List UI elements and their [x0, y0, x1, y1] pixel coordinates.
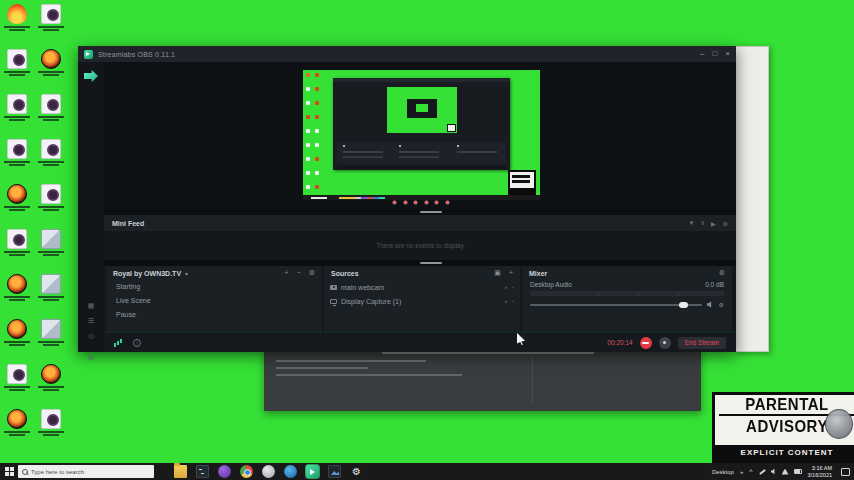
document-icon[interactable] — [36, 4, 66, 31]
document-icon[interactable] — [2, 364, 32, 391]
selection-handle-dot[interactable] — [446, 201, 449, 204]
battery-icon[interactable] — [794, 469, 802, 474]
volume-icon[interactable] — [771, 469, 777, 475]
feed-settings-icon[interactable]: ⚙ — [723, 220, 728, 227]
selection-handle-dot[interactable] — [425, 201, 428, 204]
mirrored-icon — [306, 143, 310, 147]
taskbar-search-input[interactable]: Type here to search — [18, 465, 154, 478]
channel-settings-icon[interactable]: ⚙ — [719, 301, 724, 308]
volume-slider-handle[interactable] — [679, 302, 688, 308]
taskbar-app-row: ⚙ — [174, 465, 363, 478]
mixer-title: Mixer — [529, 270, 547, 277]
selection-handle-dot[interactable] — [404, 201, 407, 204]
photos-icon[interactable] — [328, 465, 341, 478]
remove-scene-button[interactable]: − — [297, 269, 301, 277]
selection-handle-dot[interactable] — [393, 201, 396, 204]
action-center-icon[interactable] — [841, 468, 850, 476]
network-icon[interactable] — [782, 469, 789, 475]
record-button[interactable] — [640, 337, 652, 349]
add-source-button[interactable]: + — [509, 269, 513, 277]
settings-icon[interactable]: ⚙ — [350, 465, 363, 478]
folder-icon[interactable]: ▣ — [494, 269, 501, 277]
edge-icon[interactable] — [284, 465, 297, 478]
lock-icon[interactable]: ▪ — [512, 298, 514, 304]
scene-item[interactable]: Live Scene — [106, 294, 322, 308]
mute-speaker-icon[interactable] — [707, 301, 714, 308]
lock-icon[interactable]: ▪ — [512, 284, 514, 290]
titlebar[interactable]: Streamlabs OBS 0.11.1 – □ × — [78, 46, 736, 62]
drag-handle[interactable] — [420, 211, 442, 213]
mirrored-icon — [315, 129, 319, 133]
minimize-button[interactable]: – — [700, 46, 704, 62]
steam-icon[interactable] — [262, 465, 275, 478]
file-explorer-icon[interactable] — [174, 465, 187, 478]
start-button[interactable] — [0, 463, 18, 480]
flstudio-icon[interactable] — [2, 184, 32, 211]
mirrored-icon — [306, 171, 310, 175]
toolbar-chevrons-icon[interactable]: » — [740, 469, 743, 475]
play-icon[interactable]: ▶ — [711, 220, 716, 227]
scene-item[interactable]: Starting — [106, 280, 322, 294]
info-icon[interactable]: i — [133, 339, 141, 347]
filter-icon[interactable]: ▼ — [689, 220, 695, 227]
background-window-white[interactable] — [735, 46, 769, 352]
selection-handle-dot[interactable] — [414, 201, 417, 204]
scene-settings-icon[interactable]: ⚙ — [309, 269, 315, 277]
box-icon[interactable] — [36, 319, 66, 346]
flstudio-icon[interactable] — [2, 274, 32, 301]
selection-handle-dot[interactable] — [435, 201, 438, 204]
tray-expand-icon[interactable]: ^ — [749, 468, 752, 475]
close-button[interactable]: × — [725, 46, 730, 62]
add-scene-button[interactable]: + — [285, 269, 289, 277]
box-icon[interactable] — [36, 229, 66, 256]
document-icon[interactable] — [36, 184, 66, 211]
terminal-icon[interactable] — [196, 465, 209, 478]
document-icon[interactable] — [36, 139, 66, 166]
streamlabs-icon[interactable] — [306, 465, 319, 478]
dashboard-icon[interactable]: ▦ — [78, 302, 104, 310]
mixer-settings-icon[interactable]: ⚙ — [719, 269, 725, 277]
themes-icon[interactable]: ☰ — [78, 317, 104, 325]
source-item[interactable]: main webcam●▪ — [324, 280, 520, 294]
document-icon[interactable] — [2, 94, 32, 121]
stream-preview[interactable] — [104, 62, 736, 209]
source-item[interactable]: Display Capture (1)●▪ — [324, 294, 520, 308]
pen-icon[interactable] — [759, 468, 766, 474]
help-icon[interactable]: ◎ — [78, 332, 104, 340]
display-capture-preview[interactable] — [303, 70, 540, 200]
flstudio-icon[interactable] — [2, 319, 32, 346]
drag-handle[interactable] — [420, 262, 442, 264]
streamlabs-arrow-icon[interactable] — [84, 70, 98, 82]
taskbar-clock[interactable]: 3:16 AM 3/16/2021 — [808, 465, 832, 479]
desktop-toolbar-label[interactable]: Desktop — [712, 469, 734, 475]
end-stream-button[interactable]: End Stream — [678, 337, 726, 349]
eye-icon[interactable]: ● — [504, 284, 507, 290]
flame-icon[interactable] — [2, 4, 32, 31]
scene-item[interactable]: Pause — [106, 308, 322, 322]
flstudio-icon[interactable] — [2, 409, 32, 436]
volume-slider[interactable] — [530, 304, 702, 306]
document-icon[interactable] — [2, 49, 32, 76]
background-window-gray[interactable] — [264, 348, 701, 411]
mixer-level-db: 0.0 dB — [705, 281, 724, 288]
chevron-down-icon[interactable]: ▾ — [185, 270, 188, 277]
settings-gear-icon[interactable]: ⚙ — [78, 354, 104, 362]
pause-record-button[interactable] — [659, 337, 671, 349]
icon-label — [9, 74, 25, 76]
mini-feed-header: Mini Feed ▼ ‖ ▶ ⚙ — [104, 215, 736, 231]
performance-chart-icon[interactable] — [114, 339, 123, 347]
chrome-icon[interactable] — [240, 465, 253, 478]
document-icon[interactable] — [36, 94, 66, 121]
mixer-channel-name: Desktop Audio — [530, 281, 572, 288]
app-purple-icon[interactable] — [218, 465, 231, 478]
box-icon[interactable] — [36, 274, 66, 301]
document-icon[interactable] — [36, 409, 66, 436]
document-icon[interactable] — [2, 139, 32, 166]
document-icon[interactable] — [2, 229, 32, 256]
pause-icon[interactable]: ‖ — [702, 220, 704, 227]
eye-icon[interactable]: ● — [504, 298, 507, 304]
flstudio-icon[interactable] — [36, 364, 66, 391]
maximize-button[interactable]: □ — [712, 46, 717, 62]
flstudio-icon[interactable] — [36, 49, 66, 76]
scene-collection-selector[interactable]: Royal by OWN3D.TV — [113, 270, 181, 277]
